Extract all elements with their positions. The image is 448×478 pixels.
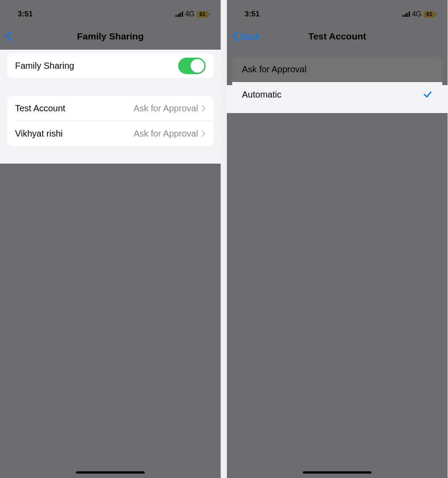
option-label: Ask for Approval [242,64,432,74]
member-row-test-account[interactable]: Test Account Ask for Approval [7,96,214,121]
chevron-right-icon [202,105,206,112]
member-name: Test Account [15,103,133,114]
screen-test-account: 3:51 4G 61 Back Test Account Ask for App… [227,0,448,478]
option-label: Automatic [242,90,423,100]
chevron-left-icon [5,31,12,42]
screen-family-sharing: 3:51 4G 61 Family Sharing Family Sharing… [0,0,221,478]
signal-icon [175,12,183,17]
member-status: Ask for Approval [133,103,198,114]
toggle-switch[interactable] [178,58,206,74]
back-button[interactable]: Back [232,31,260,42]
status-right: 4G 61 [175,10,208,18]
chevron-right-icon [202,130,206,137]
back-label: Back [240,31,260,42]
dim-bottom [227,113,448,478]
signal-icon [402,12,410,17]
member-row-vikhyat[interactable]: Vikhyat rishi Ask for Approval [7,121,214,146]
back-button[interactable] [5,31,12,42]
status-bar: 3:51 4G 61 [227,0,448,24]
nav-bar: Family Sharing [0,24,221,49]
toggle-label: Family Sharing [15,61,178,71]
page-title: Test Account [227,31,448,42]
status-time: 3:51 [245,10,260,19]
check-icon [423,90,432,99]
status-network: 4G [185,10,195,18]
home-indicator[interactable] [303,471,372,474]
option-automatic[interactable]: Automatic [232,82,442,107]
toggle-knob [191,59,204,73]
nav-bar: Back Test Account [227,24,448,49]
members-group: Test Account Ask for Approval Vikhyat ri… [7,96,214,146]
battery-icon: 61 [424,11,435,18]
options-group: Ask for Approval Automatic [232,57,442,107]
status-bar: 3:51 4G 61 [0,0,221,24]
member-status: Ask for Approval [133,129,198,139]
battery-icon: 61 [197,11,208,18]
home-indicator[interactable] [76,471,145,474]
page-title: Family Sharing [0,31,221,42]
member-name: Vikhyat rishi [15,129,133,139]
status-right: 4G 61 [402,10,435,18]
family-sharing-toggle-row[interactable]: Family Sharing [7,53,214,78]
toggle-group: Family Sharing [7,53,214,78]
option-ask-for-approval[interactable]: Ask for Approval [232,57,442,82]
dim-bottom [0,164,221,478]
status-network: 4G [412,10,421,18]
status-time: 3:51 [18,10,33,19]
chevron-left-icon [232,31,238,42]
